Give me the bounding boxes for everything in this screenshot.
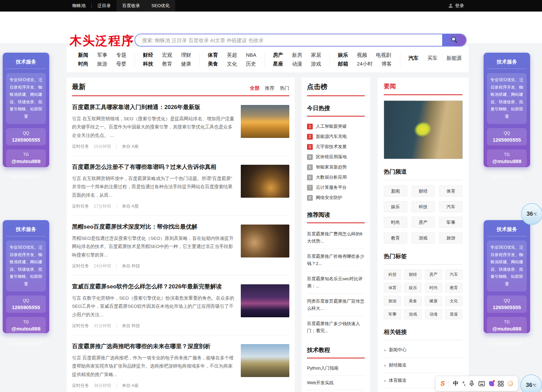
nav-link[interactable]: 娱乐 (338, 52, 348, 58)
tg-contact[interactable]: TG@mutou888 (487, 149, 527, 167)
tab-recommended[interactable]: 推荐 (265, 85, 274, 91)
hot-search-item[interactable]: 6大数据分析应用 (307, 172, 365, 182)
article-item[interactable]: 百度霸屏工具哪家靠谱入门到精通：2026年最新版 引言 在互联网营销领域，SEO… (72, 96, 289, 156)
article-item[interactable]: 百度霸屏推广选商推吧有哪些的未来在哪里？深度剖析 引言 百度霸屏推广选商推吧，作… (72, 335, 289, 392)
ime-language-toggle[interactable]: 中 (453, 380, 458, 387)
article-thumbnail[interactable] (241, 225, 289, 257)
tag-button[interactable]: 动漫 (425, 309, 442, 319)
nav-link[interactable]: 健康 (181, 61, 191, 67)
tag-button[interactable]: 汽车 (445, 269, 463, 280)
article-title[interactable]: 百度霸屏怎么注册不了有哪些靠谱吗？过来人告诉你真相 (72, 163, 235, 171)
hot-search-item[interactable]: 4区块链应用落地 (307, 152, 365, 162)
recommend-read-item[interactable]: 百度霸屏推广多少钱快速入门：看完... (307, 316, 365, 338)
article-title[interactable]: 百度霸屏推广选商推吧有哪些的未来在哪里？深度剖析 (72, 343, 235, 350)
tag-button[interactable]: 时尚 (425, 283, 442, 293)
search-input[interactable] (135, 34, 442, 46)
tag-button[interactable]: 美食 (404, 296, 421, 306)
tag-button[interactable]: 房产 (425, 269, 442, 280)
nav-link[interactable]: 星座 (273, 61, 283, 67)
skin-icon[interactable] (489, 381, 494, 386)
nav-link[interactable]: 游戏 (311, 61, 321, 67)
related-link[interactable]: ▸新闻中心 (384, 342, 463, 358)
nav-link[interactable]: 房产 (273, 52, 283, 58)
nav-link[interactable]: 动漫 (292, 61, 302, 67)
channel-button[interactable]: 旅游 (439, 232, 463, 244)
channel-button[interactable]: 房产 (412, 217, 435, 228)
tag-button[interactable]: 健康 (425, 296, 442, 306)
nav-link[interactable]: 新能源 (447, 55, 462, 61)
tg-contact[interactable]: TG@mutou888 (6, 317, 46, 334)
tag-button[interactable]: 体育 (384, 283, 401, 293)
tag-button[interactable]: 科技 (384, 269, 401, 280)
channel-button[interactable]: 教育 (384, 232, 407, 244)
article-title[interactable]: 黑帽seo百度霸屏技术深度对比：帮你找出最优解 (72, 223, 235, 231)
topbar-item-spider-pool[interactable]: 蜘蛛池 (67, 0, 91, 12)
hot-search-item[interactable]: 8网络安全防护 (307, 193, 365, 203)
tg-contact[interactable]: TG@mutou888 (6, 149, 46, 167)
tutorial-item[interactable]: Python入门指南 (307, 361, 365, 376)
article-thumbnail[interactable] (241, 284, 289, 317)
search-button[interactable] (442, 34, 466, 46)
article-title[interactable]: 百度霸屏工具哪家靠谱入门到精通：2026年最新版 (72, 104, 235, 111)
article-title[interactable]: 宣威百度霸屏seo软件怎么样怎么样？2026年最新完整解读 (72, 283, 235, 290)
tag-button[interactable]: 星座 (445, 309, 463, 319)
nav-link[interactable]: 历史 (246, 61, 256, 67)
nav-link[interactable]: 新闻 (78, 52, 88, 58)
recommend-read-item[interactable]: 百度霸屏推广价格有哪些多少钱？2... (307, 249, 365, 271)
recommend-read-item[interactable]: 百度霸屏知名乐云seo对比评测：... (307, 271, 365, 294)
channel-button[interactable]: 时尚 (384, 217, 407, 228)
nav-link[interactable]: 财经 (143, 52, 153, 58)
tag-button[interactable]: 财经 (404, 269, 421, 280)
channel-button[interactable]: 娱乐 (384, 201, 407, 212)
hot-search-item[interactable]: 1人工智能新突破 (307, 121, 365, 131)
article-thumbnail[interactable] (241, 344, 289, 377)
channel-button[interactable]: 汽车 (439, 201, 463, 212)
nav-link[interactable]: 母婴 (116, 61, 126, 67)
microphone-icon[interactable] (469, 380, 474, 387)
hot-search-item[interactable]: 2新能源汽车充电 (307, 131, 365, 142)
nav-link[interactable]: 科技 (143, 61, 153, 67)
recommend-read-item[interactable]: 百度霸屏推广费用怎么样的6大优势... (307, 227, 365, 249)
weather-badge[interactable]: 36℃ (521, 203, 542, 225)
topbar-item-seo[interactable]: SEO优化 (146, 0, 175, 12)
tag-button[interactable]: 教育 (445, 283, 463, 293)
nav-link[interactable]: 军事 (97, 52, 107, 58)
tag-button[interactable]: 旅游 (384, 296, 401, 306)
tab-hot[interactable]: 热门 (280, 85, 289, 91)
tag-button[interactable]: 娱乐 (404, 283, 421, 293)
tag-button[interactable]: 文化 (445, 296, 463, 306)
qq-contact[interactable]: QQ1265905555 (6, 128, 46, 145)
nav-link[interactable]: NBA (246, 52, 256, 58)
article-item[interactable]: 宣威百度霸屏seo软件怎么样怎么样？2026年最新完整解读 引言 在数字化营销中… (72, 275, 289, 335)
recommend-read-item[interactable]: 同类百度首页霸屏推广宣传怎么样大... (307, 294, 365, 316)
nav-link[interactable]: 邮箱 (338, 61, 348, 67)
tag-button[interactable]: 军事 (384, 309, 401, 319)
punctuation-icon[interactable]: °, (463, 381, 465, 386)
hot-search-item[interactable]: 7云计算服务平台 (307, 182, 365, 193)
nav-link[interactable]: 博客 (382, 61, 392, 67)
nav-link[interactable]: 视频 (357, 52, 367, 58)
channel-button[interactable]: 财经 (412, 185, 435, 197)
emoji-face-icon[interactable] (508, 381, 513, 386)
nav-link[interactable]: 文化 (227, 61, 237, 67)
article-thumbnail[interactable] (241, 105, 289, 138)
login-button[interactable]: 登录 (448, 0, 464, 12)
tab-all[interactable]: 全部 (250, 85, 259, 91)
nav-link[interactable]: 买车 (428, 55, 438, 61)
hot-search-item[interactable]: 5智能家居新趋势 (307, 162, 365, 172)
nav-link[interactable]: 汽车 (409, 55, 419, 61)
nav-link[interactable]: 理财 (181, 52, 191, 58)
topbar-item-pan-directory[interactable]: 泛目录 (92, 0, 116, 12)
channel-button[interactable]: 科技 (412, 201, 435, 212)
channel-button[interactable]: 游戏 (412, 232, 435, 244)
nav-link[interactable]: 24小时 (357, 61, 373, 67)
nav-link[interactable]: 旅游 (97, 61, 107, 67)
nav-link[interactable]: 新房 (292, 52, 302, 58)
nav-link[interactable]: 教育 (162, 61, 172, 67)
article-item[interactable]: 百度霸屏怎么注册不了有哪些靠谱吗？过来人告诉你真相 引言 在互联网营销环境中，百… (72, 156, 289, 216)
channel-button[interactable]: 新闻 (384, 185, 407, 197)
nav-link[interactable]: 体育 (208, 52, 218, 58)
article-thumbnail[interactable] (241, 165, 289, 198)
channel-button[interactable]: 体育 (439, 185, 463, 197)
topbar-item-baidu-index[interactable]: 百度收录 (116, 0, 146, 12)
